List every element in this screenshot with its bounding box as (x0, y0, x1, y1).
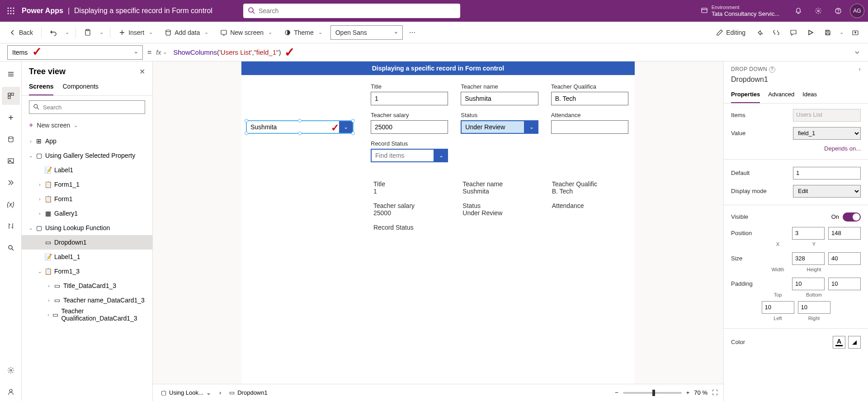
chevron-down-icon[interactable]: ⌄ (339, 121, 353, 133)
undo-button[interactable] (46, 27, 61, 38)
tree-node-tname-dc[interactable]: ›▭Teacher name_DataCard1_3 (22, 293, 152, 307)
search-rail-icon[interactable] (2, 239, 20, 257)
comments-button[interactable] (786, 27, 801, 38)
help-icon[interactable] (830, 3, 846, 19)
attendance-input[interactable] (551, 120, 628, 134)
prop-x-input[interactable] (792, 227, 825, 240)
tree-node-form1[interactable]: ›📋Form1 (22, 192, 152, 206)
prop-visible-toggle[interactable] (843, 212, 861, 222)
tree-node-screen1[interactable]: ⌄▢Using Gallery Selected Property (22, 148, 152, 163)
tree-view-icon[interactable] (2, 87, 20, 105)
zoom-out-button[interactable]: − (615, 389, 618, 396)
chevron-right-icon[interactable]: › (859, 66, 861, 72)
breadcrumb-screen[interactable]: ▢Using Look...⌄ (158, 388, 214, 397)
font-color-button[interactable]: A (833, 336, 845, 349)
teacher-name-input[interactable] (461, 92, 538, 105)
tab-components[interactable]: Components (62, 79, 98, 95)
settings-icon[interactable] (810, 3, 826, 19)
tree-node-app[interactable]: ›⊞App (22, 134, 152, 148)
formula-input[interactable]: ShowColumns('Users List',"field_1") ✓ (170, 45, 850, 60)
app-canvas[interactable]: Displaying a specific record in Form con… (241, 61, 635, 384)
tree-node-form1-3[interactable]: ⌄📋Form1_3 (22, 264, 152, 278)
prop-default-input[interactable] (793, 167, 861, 179)
media-rail-icon[interactable] (2, 152, 20, 170)
power-automate-icon[interactable] (2, 174, 20, 192)
canvas-dropdown-selected[interactable]: Sushmita ⌄ ✓ (246, 120, 354, 134)
notifications-icon[interactable] (790, 3, 807, 19)
prop-displaymode-select[interactable]: Edit (793, 185, 861, 198)
prop-pad-right-input[interactable] (798, 301, 830, 314)
prop-items-value[interactable]: Users List (793, 109, 861, 122)
title-input[interactable] (371, 92, 448, 105)
prop-pad-left-input[interactable] (762, 301, 794, 314)
publish-button[interactable] (848, 27, 863, 38)
status-input[interactable] (461, 120, 524, 134)
insert-button[interactable]: Insert ⌄ (115, 27, 158, 38)
settings-rail-icon[interactable] (2, 361, 20, 379)
prop-pad-bottom-input[interactable] (828, 278, 861, 290)
tree-node-screen2[interactable]: ⌄▢Using Lookup Function (22, 221, 152, 235)
editing-button[interactable]: Editing (712, 27, 749, 38)
save-chevron[interactable]: ⌄ (838, 29, 845, 35)
advanced-tools-icon[interactable] (2, 217, 20, 235)
breadcrumb-control[interactable]: ▭Dropdown1 (226, 388, 270, 397)
variables-icon[interactable]: (x) (2, 195, 20, 213)
depends-on-link[interactable]: Depends on... (824, 145, 861, 152)
new-screen-button[interactable]: + New screen ⌄ (22, 118, 152, 134)
formula-expand-button[interactable] (850, 45, 864, 60)
help-icon[interactable]: ? (769, 66, 775, 73)
tree-node-form1-1[interactable]: ›📋Form1_1 (22, 177, 152, 192)
back-button[interactable]: Back (5, 27, 37, 38)
prop-pad-top-input[interactable] (792, 278, 825, 290)
add-data-button[interactable]: Add data ⌄ (161, 27, 214, 38)
svg-line-39 (12, 249, 14, 250)
share-button[interactable] (752, 27, 766, 38)
tree-node-tqual-dc[interactable]: ›▭Teacher Qualification_DataCard1_3 (22, 307, 152, 322)
insert-rail-icon[interactable] (2, 109, 20, 127)
teacher-salary-input[interactable] (371, 120, 448, 134)
ask-virtual-agent-icon[interactable] (2, 383, 20, 401)
user-avatar[interactable]: AG (850, 4, 864, 18)
data-rail-icon[interactable] (2, 130, 20, 148)
tree-node-label1-1[interactable]: 📝Label1_1 (22, 250, 152, 264)
teacher-qualification-input[interactable] (551, 92, 628, 105)
tab-ideas[interactable]: Ideas (802, 87, 817, 103)
tree-search-input[interactable] (29, 100, 145, 114)
preview-button[interactable] (803, 27, 818, 38)
record-status-input[interactable] (371, 149, 434, 162)
hamburger-icon[interactable] (2, 65, 20, 83)
tab-advanced[interactable]: Advanced (768, 87, 794, 103)
zoom-in-button[interactable]: + (686, 389, 690, 396)
more-button[interactable]: ⋯ (406, 27, 419, 38)
fx-label[interactable]: fx⌄ (156, 49, 167, 56)
prop-y-input[interactable] (828, 227, 861, 240)
tree-node-gallery1[interactable]: ›▦Gallery1 (22, 206, 152, 221)
tree-node-dropdown1[interactable]: ▭Dropdown1 (22, 235, 152, 250)
undo-chevron[interactable]: ⌄ (63, 29, 71, 35)
chevron-down-icon[interactable]: ⌄ (434, 149, 448, 162)
save-button[interactable] (821, 27, 835, 38)
environment-picker[interactable]: Environment Tata Consultancy Servic... (701, 5, 779, 18)
theme-button[interactable]: Theme ⌄ (280, 27, 328, 38)
control-name: Dropdown1 (724, 75, 868, 87)
paste-chevron[interactable]: ⌄ (98, 29, 105, 35)
prop-value-select[interactable]: field_1 (793, 127, 861, 140)
property-select[interactable]: Items ✓ (7, 45, 143, 60)
fit-to-window-icon[interactable]: ⛶ (712, 389, 718, 396)
app-checker-button[interactable] (769, 27, 783, 38)
fill-color-button[interactable]: ◢ (848, 336, 861, 349)
zoom-slider[interactable] (623, 392, 682, 394)
new-screen-button[interactable]: New screen ⌄ (217, 27, 278, 38)
waffle-icon[interactable] (4, 4, 18, 18)
paste-button[interactable] (80, 27, 95, 38)
tree-node-title-dc[interactable]: ›▭Title_DataCard1_3 (22, 278, 152, 293)
search-input[interactable] (243, 4, 460, 18)
tab-properties[interactable]: Properties (731, 87, 760, 103)
tab-screens[interactable]: Screens (29, 79, 53, 95)
prop-height-input[interactable] (828, 252, 861, 265)
chevron-down-icon[interactable]: ⌄ (525, 120, 538, 134)
prop-width-input[interactable] (792, 252, 825, 265)
font-select[interactable]: Open Sans (330, 25, 403, 40)
close-icon[interactable]: ✕ (139, 67, 145, 76)
tree-node-label1[interactable]: 📝Label1 (22, 163, 152, 177)
